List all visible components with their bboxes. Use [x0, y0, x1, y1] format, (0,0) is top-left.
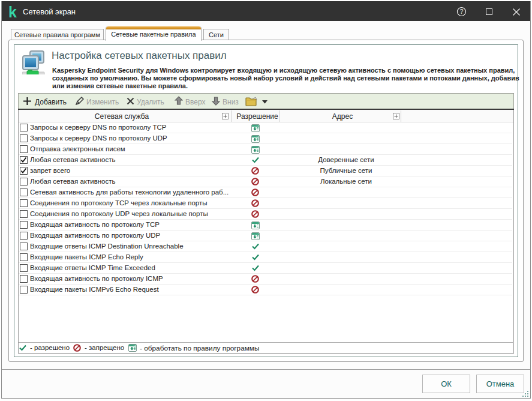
svg-text:?: ?	[460, 8, 464, 15]
